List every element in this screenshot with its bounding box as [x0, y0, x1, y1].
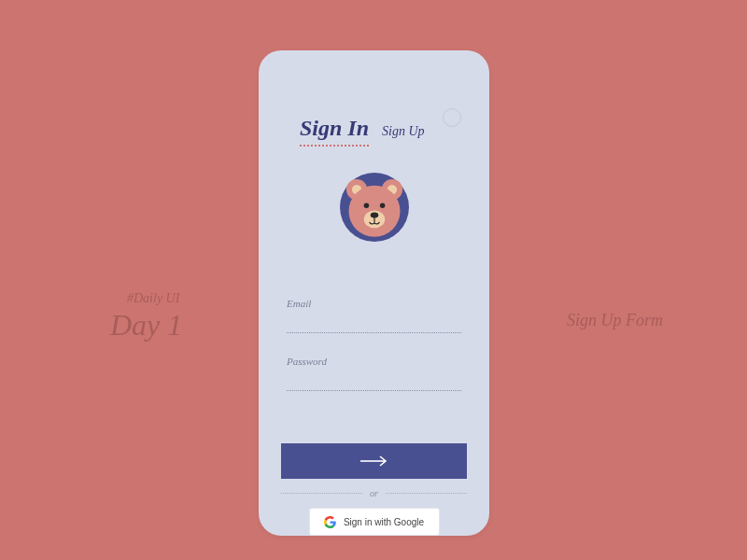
password-label: Password	[287, 356, 461, 367]
password-input[interactable]	[287, 371, 461, 391]
hashtag-text: #Daily UI	[127, 291, 182, 306]
svg-point-7	[379, 203, 385, 209]
left-caption: #Daily UI Day 1	[110, 291, 182, 343]
avatar-container	[281, 167, 467, 251]
svg-point-6	[363, 203, 369, 209]
email-label: Email	[287, 298, 461, 309]
google-sign-in-button[interactable]: Sign in with Google	[309, 508, 440, 536]
password-field-group: Password	[287, 356, 461, 391]
arrow-right-icon	[359, 455, 390, 468]
divider-line-right	[386, 493, 467, 494]
email-field-group: Email	[287, 298, 461, 333]
submit-button[interactable]	[281, 443, 467, 479]
email-input[interactable]	[287, 314, 461, 333]
divider-line-left	[281, 493, 362, 494]
day-text: Day 1	[110, 308, 182, 343]
or-divider: or	[281, 488, 467, 498]
right-caption: Sign Up Form	[567, 311, 663, 330]
or-text: or	[370, 488, 378, 498]
bear-avatar-icon	[334, 167, 415, 251]
google-button-label: Sign in with Google	[344, 517, 424, 527]
google-icon	[324, 516, 336, 528]
camera-cutout	[443, 108, 461, 127]
tab-sign-up[interactable]: Sign Up	[382, 124, 425, 139]
tab-sign-in[interactable]: Sign In	[300, 116, 369, 147]
auth-tabs: Sign In Sign Up	[300, 116, 467, 147]
phone-frame: Sign In Sign Up Ema	[259, 50, 489, 536]
